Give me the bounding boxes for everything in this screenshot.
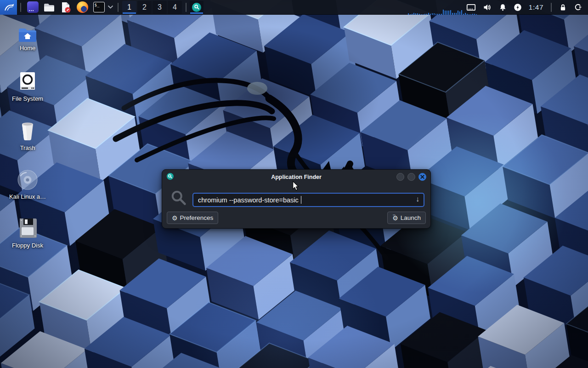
mouse-cursor [292, 181, 299, 193]
desktop-icon-label: Home [20, 45, 36, 52]
desktop-icon-label: Kali Linux a… [9, 194, 46, 200]
launcher-file-manager[interactable] [43, 1, 56, 14]
panel-separator [551, 3, 552, 12]
kali-menu-button[interactable] [0, 0, 17, 15]
power-manager-icon[interactable] [514, 3, 522, 12]
launcher-terminal[interactable] [26, 1, 39, 14]
command-input-value: chromium --password-store=basic [198, 196, 300, 204]
panel-separator [118, 3, 119, 12]
top-panel: $_ 1 2 3 4 [0, 0, 588, 15]
floppy-disk-icon [17, 217, 38, 239]
desktop-icon-label: File System [12, 96, 43, 102]
gear-icon: ⚙ [172, 215, 178, 221]
desktop-icon-file-system[interactable]: File System [6, 71, 50, 102]
workspace-3[interactable]: 3 [153, 1, 167, 14]
launcher-firefox[interactable] [76, 1, 89, 14]
home-folder-icon [18, 26, 37, 42]
text-editor-icon [60, 1, 72, 13]
notification-bell-icon[interactable] [499, 3, 507, 12]
close-button[interactable] [418, 173, 426, 181]
maximize-button[interactable] [407, 173, 415, 181]
launch-button[interactable]: ••⚙ Launch [387, 212, 426, 224]
clock[interactable]: 1:47 [529, 3, 543, 12]
desktop-icon-kali-cd[interactable]: Kali Linux a… [6, 169, 50, 200]
dropdown-arrow-icon[interactable]: ↓ [416, 195, 419, 203]
panel-separator [186, 3, 187, 12]
chevron-down-icon [107, 5, 113, 9]
text-caret [301, 196, 302, 204]
firefox-icon [77, 1, 88, 13]
launcher-dropdown-arrow[interactable] [107, 5, 113, 9]
preferences-button-label: Preferences [180, 214, 214, 221]
desktop-icon-floppy-disk[interactable]: Floppy Disk [6, 217, 50, 249]
preferences-button[interactable]: ⚙ Preferences [167, 212, 218, 224]
desktop-screen: $_ 1 2 3 4 [0, 0, 588, 368]
window-title: Application Finder [162, 174, 430, 180]
panel-separator [20, 3, 21, 12]
folder-icon [43, 1, 55, 13]
panel-mini-spectrum [408, 10, 477, 15]
taskbar-item-application-finder[interactable] [190, 1, 204, 14]
close-icon [420, 175, 424, 179]
cd-disc-icon [17, 169, 38, 190]
trash-bin-icon [18, 121, 37, 142]
launcher-text-editor[interactable] [59, 1, 72, 14]
command-input[interactable]: chromium --password-store=basic ↓ [192, 193, 424, 207]
lock-screen-icon[interactable] [559, 3, 567, 12]
workspace-1[interactable]: 1 [122, 1, 136, 14]
desktop-icon-home[interactable]: Home [6, 26, 50, 52]
application-finder-window: Application Finder chromium --passw [162, 169, 431, 229]
logout-icon[interactable] [574, 3, 582, 12]
desktop-icon-trash[interactable]: Trash [6, 121, 50, 151]
terminal-app-icon [27, 1, 39, 13]
workspace-2[interactable]: 2 [137, 1, 152, 14]
application-finder-icon [167, 173, 174, 180]
kali-logo-icon [3, 2, 14, 13]
desktop-icon-label: Trash [20, 145, 35, 151]
launch-button-label: Launch [401, 214, 421, 221]
launch-run-icon: ••⚙ [392, 215, 398, 221]
launcher-terminal-emulator[interactable]: $_ [92, 1, 105, 14]
desktop-icon-label: Floppy Disk [12, 242, 43, 249]
minimize-button[interactable] [396, 173, 404, 181]
workspace-4[interactable]: 4 [168, 1, 182, 14]
search-icon [170, 190, 188, 209]
workspace-switcher: 1 2 3 4 [122, 1, 182, 14]
application-finder-icon [192, 3, 201, 12]
terminal-prompt-icon: $_ [93, 2, 105, 12]
hard-drive-icon [18, 71, 37, 92]
volume-icon[interactable] [483, 3, 492, 12]
system-tray: 1:47 [466, 3, 588, 12]
